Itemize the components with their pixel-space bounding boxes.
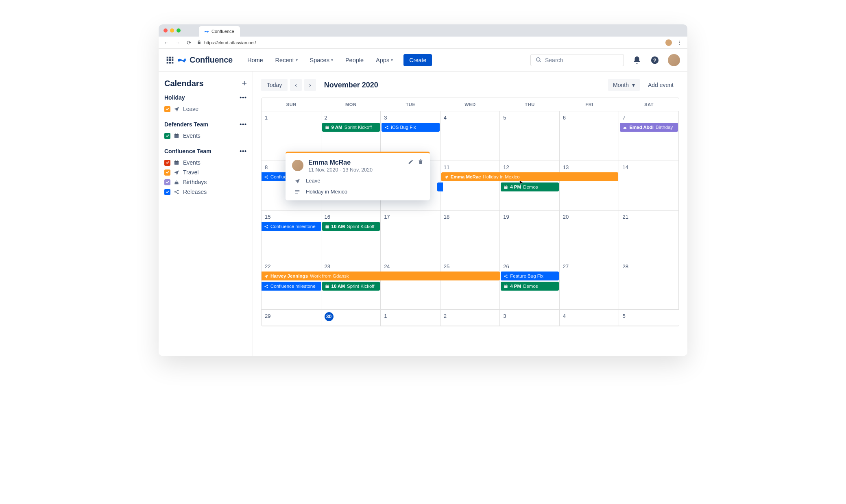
calendar-item[interactable]: Travel [164,167,247,177]
day-number: 12 [503,164,509,170]
help-icon[interactable]: ? [650,55,660,65]
more-icon[interactable]: ••• [240,121,247,128]
day-cell[interactable]: 30 [321,310,381,326]
day-number: 3 [503,313,506,319]
day-number: 5 [622,313,625,319]
day-cell[interactable]: 18 [440,211,500,260]
plane-icon [174,106,180,112]
nav-spaces[interactable]: Spaces▾ [306,54,337,66]
day-number: 24 [384,263,390,269]
app-switcher-icon[interactable] [166,56,174,64]
browser-tab[interactable]: Confluence [199,26,240,37]
day-cell[interactable]: 5 [619,310,679,326]
release-icon [264,224,268,229]
window-controls[interactable] [164,28,181,33]
day-cell[interactable]: 25 [440,260,500,309]
create-button[interactable]: Create [403,54,432,66]
day-cell[interactable]: 4 [560,310,619,326]
calendar-item[interactable]: Events [164,158,247,167]
add-event-button[interactable]: Add event [642,79,679,91]
add-calendar-button[interactable]: + [242,78,247,89]
checkbox[interactable] [164,106,170,112]
search-input[interactable]: Search [530,54,624,66]
reload-icon[interactable]: ⟳ [185,39,193,46]
browser-menu-icon[interactable]: ⋮ [676,39,683,46]
release-icon [264,175,268,179]
day-cell[interactable]: 6 [560,111,619,161]
calendar-event[interactable] [437,182,443,191]
day-number: 18 [444,214,449,220]
user-avatar[interactable] [668,54,680,66]
day-cell[interactable]: 20 [560,211,619,260]
day-number: 3 [384,115,387,121]
more-icon[interactable]: ••• [240,148,247,154]
day-number: 6 [563,115,566,121]
svg-rect-20 [325,126,329,127]
day-cell[interactable]: 13 [560,161,619,210]
day-cell[interactable]: 3 [500,310,560,326]
calendar-item[interactable]: Birthdays [164,177,247,187]
calendar-event[interactable]: 4 PMDemos [501,182,559,191]
calendar-item[interactable]: Releases [164,187,247,197]
popover-desc-row: Holiday in Mexico [292,189,423,195]
calendar-event[interactable]: Confluence milestone [261,282,321,291]
calendar-event[interactable]: Harvey JenningsWork from Gdansk [261,272,500,280]
day-cell[interactable]: 28 [619,260,679,309]
more-icon[interactable]: ••• [240,94,247,101]
notifications-icon[interactable] [632,55,642,65]
day-header: SUN [262,98,321,111]
nav-recent[interactable]: Recent▾ [271,54,302,66]
today-button[interactable]: Today [261,79,288,91]
day-cell[interactable]: 29 [262,310,321,326]
month-title: November 2020 [324,81,378,89]
day-cell[interactable]: 21 [619,211,679,260]
day-cell[interactable]: 7 [619,111,679,161]
calendar-event[interactable]: Emad AbdiBirthday [620,123,678,132]
calendar-event[interactable]: Confluence milestone [261,222,321,231]
checkbox[interactable] [164,160,170,166]
day-cell[interactable]: 5 [500,111,560,161]
checkbox[interactable] [164,133,170,139]
calendar-item[interactable]: Leave [164,104,247,114]
calendar-icon [325,125,329,130]
calendar-content: Today ‹ › November 2020 Month▾ Add event… [253,72,687,356]
calendar-event[interactable]: 10 AMSprint Kickoff [322,282,380,291]
day-cell[interactable]: 14 [619,161,679,210]
calendar-event[interactable]: iOS Bug Fix [382,123,440,132]
day-cell[interactable]: 15 [262,211,321,260]
calendar-event[interactable]: 10 AMSprint Kickoff [322,222,380,231]
nav-apps[interactable]: Apps▾ [372,54,397,66]
nav-people[interactable]: People [341,54,368,66]
confluence-logo-icon [178,56,187,65]
next-button[interactable]: › [304,79,316,91]
trash-icon[interactable] [418,159,423,165]
svg-rect-43 [504,285,508,286]
day-cell[interactable]: 11 [440,161,500,210]
back-icon[interactable]: ← [163,39,170,46]
day-number: 4 [563,313,566,319]
calendar-event[interactable]: Emma McRaeHoliday in Mexico [441,172,619,181]
calendar-item[interactable]: Events [164,131,247,141]
day-cell[interactable]: 1 [381,310,440,326]
day-cell[interactable]: 24 [381,260,440,309]
day-cell[interactable]: 27 [560,260,619,309]
checkbox[interactable] [164,189,170,195]
calendar-event[interactable]: 4 PMDemos [501,282,559,291]
confluence-logo[interactable]: Confluence [178,55,233,65]
day-cell[interactable]: 2 [440,310,500,326]
nav-home[interactable]: Home [243,54,267,66]
profile-icon[interactable] [665,39,672,46]
day-cell[interactable]: 17 [381,211,440,260]
calendar-event[interactable]: 9 AMSprint Kickoff [322,123,380,132]
checkbox[interactable] [164,179,170,185]
url-field[interactable]: https://cloud.atlassian.net/ [197,40,661,45]
prev-button[interactable]: ‹ [290,79,302,91]
forward-icon[interactable]: → [174,39,181,46]
day-cell[interactable]: 19 [500,211,560,260]
day-cell[interactable]: 16 [321,211,381,260]
edit-icon[interactable] [408,159,414,165]
calendar-event[interactable]: Feature Bug Fix [501,272,559,280]
day-cell[interactable]: 4 [440,111,500,161]
view-selector[interactable]: Month▾ [608,79,640,91]
checkbox[interactable] [164,169,170,176]
